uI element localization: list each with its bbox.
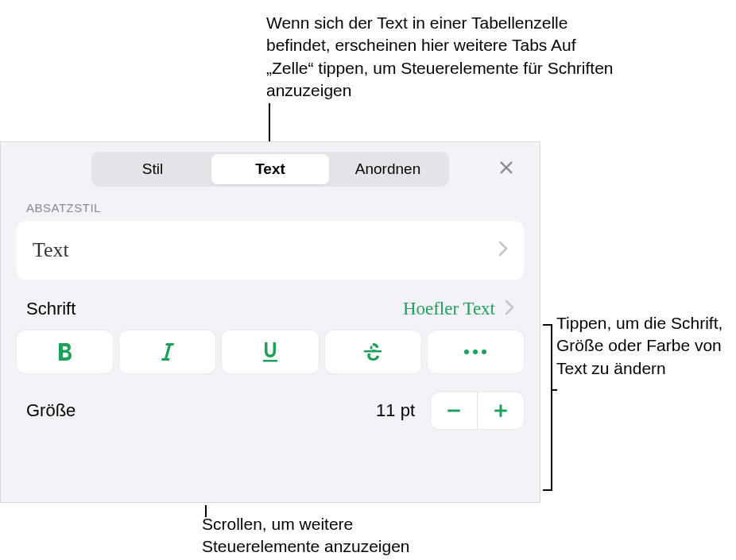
underline-icon xyxy=(261,341,280,363)
size-increase-button[interactable] xyxy=(478,392,524,429)
paragraph-style-value: Text xyxy=(33,238,69,262)
callout-right-bracket xyxy=(543,324,552,491)
format-panel: Stil Text Anordnen ABSATZSTIL Text Schri… xyxy=(0,141,540,503)
style-buttons-row xyxy=(1,330,540,373)
svg-point-1 xyxy=(473,350,478,354)
close-icon xyxy=(498,159,515,176)
bold-button[interactable] xyxy=(17,330,113,373)
callout-top-leader xyxy=(269,103,270,147)
svg-rect-3 xyxy=(447,410,460,412)
plus-icon xyxy=(492,402,509,419)
tab-text[interactable]: Text xyxy=(211,154,329,184)
size-row: Größe 11 pt xyxy=(1,373,540,429)
callout-bottom-leader xyxy=(205,505,207,517)
italic-icon xyxy=(160,342,176,362)
chevron-right-icon xyxy=(505,299,514,319)
underline-button[interactable] xyxy=(222,330,318,373)
chevron-right-icon xyxy=(498,241,508,260)
svg-rect-5 xyxy=(500,404,502,417)
font-value: Hoefler Text xyxy=(403,299,495,319)
ellipsis-icon xyxy=(463,348,488,356)
strikethrough-button[interactable] xyxy=(325,330,421,373)
size-label: Größe xyxy=(26,400,76,421)
bold-icon xyxy=(56,342,74,362)
font-label: Schrift xyxy=(26,299,76,319)
size-stepper xyxy=(431,392,524,429)
segmented-control: Stil Text Anordnen xyxy=(91,152,449,187)
callout-top-text: Wenn sich der Text in einer Tabellenzell… xyxy=(266,12,616,102)
close-button[interactable] xyxy=(495,156,517,179)
tabs-row: Stil Text Anordnen xyxy=(1,142,540,196)
more-text-options-button[interactable] xyxy=(428,330,524,373)
font-row[interactable]: Schrift Hoefler Text xyxy=(1,280,540,330)
size-value: 11 pt xyxy=(376,400,415,421)
tab-stil[interactable]: Stil xyxy=(94,154,211,184)
tab-anordnen[interactable]: Anordnen xyxy=(329,154,447,184)
font-value-group: Hoefler Text xyxy=(403,299,514,319)
paragraph-style-section-label: ABSATZSTIL xyxy=(1,196,540,221)
italic-button[interactable] xyxy=(119,330,215,373)
callout-right-text: Tippen, um die Schrift, Größe oder Farbe… xyxy=(556,312,723,380)
size-controls: 11 pt xyxy=(376,392,524,429)
minus-icon xyxy=(445,402,463,419)
strikethrough-icon xyxy=(362,342,383,362)
size-decrease-button[interactable] xyxy=(431,392,477,429)
callout-right-stem xyxy=(552,389,557,391)
paragraph-style-row[interactable]: Text xyxy=(17,221,524,280)
svg-point-0 xyxy=(464,350,469,354)
svg-point-2 xyxy=(482,350,486,354)
callout-bottom-text: Scrollen, um weitere Steuerelemente anzu… xyxy=(202,513,472,558)
